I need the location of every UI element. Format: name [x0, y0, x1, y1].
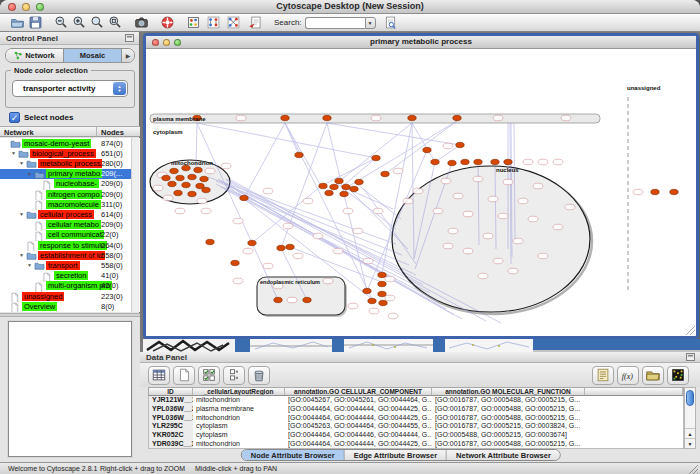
matrix-view-button[interactable]: [667, 366, 689, 385]
gene-node[interactable]: [372, 155, 380, 160]
gene-node[interactable]: [368, 298, 376, 303]
gene-node[interactable]: [448, 160, 456, 165]
gene-node[interactable]: [340, 191, 348, 196]
gene-node[interactable]: [194, 167, 202, 172]
gene-node[interactable]: [162, 175, 170, 180]
gene-node[interactable]: [206, 239, 214, 244]
gene-node[interactable]: [182, 182, 190, 187]
tab-overflow-arrow[interactable]: ▶: [122, 49, 134, 62]
gene-node[interactable]: [330, 184, 338, 189]
tree-item-multi-organism-pro[interactable]: multi-organism pro42(0): [0, 281, 132, 291]
function-builder-button[interactable]: f(x): [617, 366, 639, 385]
disclosure-triangle-icon[interactable]: ▼: [11, 150, 16, 156]
column-header[interactable]: annotation.GO MOLECULAR_FUNCTION: [432, 388, 585, 395]
tab-node-attribute-browser[interactable]: Node Attribute Browser: [242, 450, 345, 460]
snapshot-button[interactable]: [132, 14, 150, 31]
column-header[interactable]: ID: [149, 388, 193, 395]
tree-item-transport[interactable]: ▼transport558(0): [0, 260, 132, 270]
attribute-editor-button[interactable]: [592, 366, 614, 385]
scroll-up-button[interactable]: ▲: [685, 428, 695, 438]
tree-item-cell-communicat[interactable]: cell communicat22(0): [0, 230, 132, 240]
gene-node[interactable]: [325, 190, 333, 195]
zoom-in-button[interactable]: [70, 14, 88, 31]
gene-node[interactable]: [355, 179, 363, 184]
search-dropdown-arrow[interactable]: ▼: [365, 17, 376, 29]
open-session-button[interactable]: [8, 14, 26, 31]
save-session-button[interactable]: [26, 14, 44, 31]
gene-node[interactable]: [231, 260, 239, 265]
gene-node[interactable]: [670, 189, 678, 194]
canvas-resize-grip[interactable]: [686, 326, 695, 335]
gene-node[interactable]: [174, 190, 182, 195]
tree-item-nitrogen-compo[interactable]: nitrogen compo209(0): [0, 189, 132, 199]
disclosure-triangle-icon[interactable]: ▼: [27, 171, 32, 177]
layout-attribute-button[interactable]: [224, 14, 242, 31]
birds-eye-view[interactable]: [0, 317, 140, 462]
gene-node[interactable]: [651, 189, 659, 194]
column-header[interactable]: _cellularLayoutRegion: [193, 388, 285, 395]
disclosure-triangle-icon[interactable]: ▼: [27, 262, 32, 268]
gene-node[interactable]: [423, 147, 431, 152]
gene-node[interactable]: [295, 152, 303, 157]
gene-node[interactable]: [504, 159, 512, 164]
annotation-button[interactable]: [246, 14, 264, 31]
gene-node[interactable]: [350, 186, 358, 191]
tree-item-macromolecule[interactable]: macromolecule311(0): [0, 199, 132, 209]
tree-item-secretion[interactable]: secretion41(0): [0, 271, 132, 281]
tree-item-cellular-process[interactable]: ▼cellular process614(0): [0, 209, 132, 219]
attribute-batch-unselect-button[interactable]: [223, 366, 245, 385]
tree-item-response-to-stimulu[interactable]: response to stimulu264(0): [0, 240, 132, 250]
gene-node[interactable]: [200, 176, 208, 181]
tree-item-primary-metabo[interactable]: ▼primary metabo209(...: [0, 169, 132, 179]
tree-item-unassigned[interactable]: unassigned223(0): [0, 291, 132, 301]
gene-node[interactable]: [378, 281, 386, 286]
gene-node[interactable]: [456, 142, 464, 147]
import-attributes-button[interactable]: [642, 366, 664, 385]
tree-item-overview[interactable]: Overview8(0): [0, 301, 132, 311]
tree-item-cellular-metabo[interactable]: cellular metabo209(0): [0, 220, 132, 230]
tab-network-attribute-browser[interactable]: Network Attribute Browser: [447, 450, 560, 460]
gene-node[interactable]: [378, 272, 386, 277]
tree-column-nodes[interactable]: Nodes: [97, 127, 124, 136]
gene-node[interactable]: [378, 291, 386, 296]
network-view-window[interactable]: primary metabolic process plasma membran…: [143, 33, 699, 339]
tree-scrollbar[interactable]: [131, 138, 139, 312]
tree-item-biological-process[interactable]: ▼biological_process651(0): [0, 148, 132, 158]
gene-node[interactable]: [248, 240, 256, 245]
column-header[interactable]: annotation.GO CELLULAR_COMPONENT: [285, 388, 432, 395]
scroll-down-button[interactable]: ▼: [685, 438, 695, 448]
gene-node[interactable]: [168, 181, 176, 186]
gene-node[interactable]: [188, 174, 196, 179]
window-resize-grip[interactable]: [688, 464, 698, 474]
gene-node[interactable]: [381, 171, 389, 176]
gene-node[interactable]: [379, 300, 387, 305]
gene-node[interactable]: [491, 159, 499, 164]
tree-column-network[interactable]: Network: [0, 127, 97, 136]
gene-node[interactable]: [342, 184, 350, 189]
gene-node[interactable]: [277, 245, 285, 250]
gene-node[interactable]: [281, 115, 289, 120]
gene-node[interactable]: [182, 165, 190, 170]
gene-node[interactable]: [240, 195, 248, 200]
gene-node[interactable]: [335, 178, 343, 183]
table-scrollbar-thumb[interactable]: [686, 390, 694, 406]
tab-mosaic[interactable]: Mosaic: [64, 49, 122, 62]
gene-node[interactable]: [453, 115, 461, 120]
table-row[interactable]: YPL036W__1mitochondrion[GO:0044464, GO:0…: [149, 414, 683, 423]
tree-item-metabolic-process[interactable]: ▼metabolic process280(0): [0, 158, 132, 168]
app-titlebar[interactable]: Cytoscape Desktop (New Session): [0, 0, 700, 14]
gene-node[interactable]: [363, 288, 371, 293]
zoom-out-button[interactable]: [52, 14, 70, 31]
node-color-dropdown[interactable]: transporter activity ▲▼: [12, 80, 128, 97]
gene-node[interactable]: [202, 187, 210, 192]
gene-node[interactable]: [188, 191, 196, 196]
gene-node[interactable]: [408, 115, 416, 120]
tree-item-establishment-of-lo[interactable]: ▼establishment of lo558(0): [0, 250, 132, 260]
create-attribute-button[interactable]: [173, 366, 195, 385]
search-input[interactable]: [305, 17, 365, 29]
gene-node[interactable]: [170, 168, 178, 173]
gene-node[interactable]: [431, 159, 439, 164]
zoom-selected-button[interactable]: [88, 14, 106, 31]
table-row[interactable]: YJR121W__1mitochondrion[GO:0045267, GO:0…: [149, 396, 683, 405]
table-row[interactable]: YLR295Ccytoplasm[GO:0045263, GO:0044464,…: [149, 422, 683, 431]
